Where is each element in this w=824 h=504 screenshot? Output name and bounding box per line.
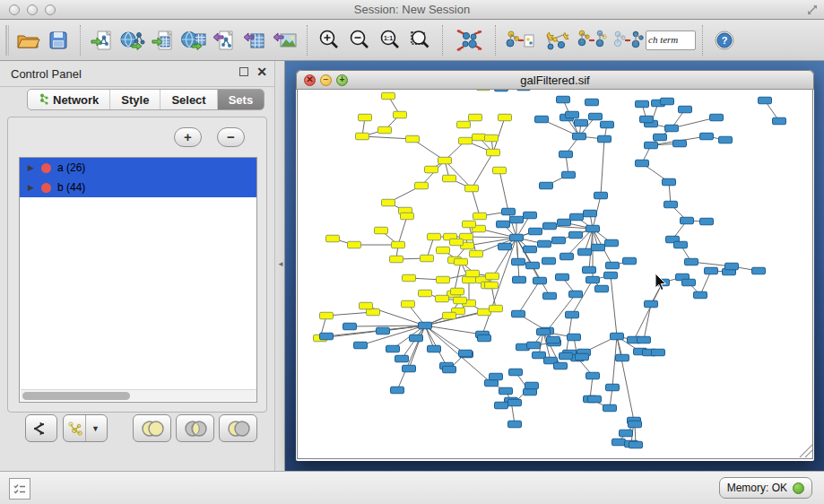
graph-node[interactable] [584, 210, 597, 217]
graph-node[interactable] [320, 312, 334, 319]
graph-node[interactable] [629, 441, 643, 448]
list-item[interactable]: ▶ a (26) [20, 158, 256, 178]
graph-node[interactable] [473, 134, 486, 141]
graph-node[interactable] [478, 335, 491, 342]
graph-node[interactable] [603, 404, 617, 412]
graph-node[interactable] [402, 300, 415, 308]
graph-node[interactable] [554, 362, 568, 369]
graph-node[interactable] [360, 302, 373, 309]
scrollbar-thumb[interactable] [22, 392, 130, 400]
search-input[interactable]: ch term [646, 30, 696, 50]
export-network-button[interactable] [209, 24, 239, 56]
graph-node[interactable] [586, 372, 600, 379]
graph-node[interactable] [586, 276, 600, 283]
graph-node[interactable] [604, 272, 618, 279]
graph-node[interactable] [594, 192, 608, 199]
difference-sets-button[interactable] [219, 414, 257, 442]
add-set-button[interactable]: + [174, 127, 202, 147]
graph-node[interactable] [421, 255, 434, 262]
graph-node[interactable] [611, 333, 624, 340]
remove-set-button[interactable]: − [217, 127, 245, 147]
graph-node[interactable] [681, 217, 694, 224]
graph-node[interactable] [495, 402, 508, 409]
graph-node[interactable] [378, 126, 392, 134]
graph-node[interactable] [415, 182, 429, 189]
graph-node[interactable] [394, 111, 407, 118]
graph-node[interactable] [438, 157, 452, 164]
graph-node[interactable] [510, 216, 524, 223]
graph-node[interactable] [705, 267, 718, 274]
graph-node[interactable] [595, 285, 609, 292]
graph-node[interactable] [679, 106, 692, 113]
graph-node[interactable] [752, 267, 766, 274]
network-canvas[interactable] [297, 90, 813, 459]
graph-node[interactable] [557, 96, 570, 103]
graph-node[interactable] [673, 140, 687, 147]
graph-node[interactable] [486, 273, 499, 280]
graph-node[interactable] [540, 182, 553, 189]
graph-node[interactable] [386, 345, 400, 352]
graph-node[interactable] [535, 116, 549, 123]
graph-node[interactable] [685, 258, 698, 265]
zoom-out-button[interactable] [344, 24, 375, 56]
graph-node[interactable] [664, 201, 678, 208]
graph-node[interactable] [451, 288, 464, 295]
graph-node[interactable] [377, 327, 390, 335]
graph-node[interactable] [454, 297, 467, 304]
graph-node[interactable] [558, 219, 571, 226]
graph-node[interactable] [700, 218, 714, 225]
select-from-file-button[interactable] [502, 24, 538, 56]
graph-node[interactable] [559, 352, 573, 360]
graph-node[interactable] [395, 355, 409, 362]
graph-node[interactable] [428, 345, 441, 352]
graph-node[interactable] [674, 241, 688, 248]
graph-node[interactable] [425, 166, 438, 173]
graph-node[interactable] [391, 387, 404, 394]
import-table-file-button[interactable] [148, 24, 178, 56]
graph-node[interactable] [700, 133, 714, 140]
graph-node[interactable] [543, 292, 557, 300]
float-panel-icon[interactable] [239, 67, 248, 76]
tab-network[interactable]: Network [28, 90, 110, 109]
graph-node[interactable] [487, 149, 500, 156]
graph-node[interactable] [694, 291, 707, 299]
graph-node[interactable] [588, 395, 602, 403]
graph-node[interactable] [575, 119, 588, 126]
graph-node[interactable] [443, 366, 456, 373]
graph-node[interactable] [562, 171, 576, 178]
graph-node[interactable] [493, 167, 507, 174]
import-network-url-button[interactable] [117, 24, 148, 56]
export-image-button[interactable] [270, 24, 300, 56]
graph-node[interactable] [343, 323, 357, 330]
graph-node[interactable] [525, 382, 539, 389]
graph-node[interactable] [773, 117, 786, 125]
graph-node[interactable] [570, 213, 584, 221]
graph-node[interactable] [559, 151, 573, 158]
graph-node[interactable] [499, 387, 513, 395]
graph-node[interactable] [450, 239, 464, 246]
graph-node[interactable] [326, 235, 340, 242]
network-window-titlebar[interactable]: ✕ − + galFiltered.sif [296, 70, 814, 90]
graph-node[interactable] [354, 342, 368, 349]
graph-node[interactable] [473, 213, 487, 220]
task-history-button[interactable] [9, 478, 30, 500]
graph-node[interactable] [526, 262, 540, 269]
select-edges-button[interactable] [610, 24, 646, 56]
graph-node[interactable] [495, 90, 508, 91]
graph-node[interactable] [436, 295, 449, 302]
graph-node[interactable] [390, 256, 403, 263]
memory-status-button[interactable]: Memory: OK [719, 477, 812, 499]
graph-node[interactable] [410, 335, 423, 342]
graph-node[interactable] [508, 399, 522, 406]
graph-node[interactable] [392, 241, 405, 248]
panel-divider[interactable]: ◄ [274, 61, 285, 471]
tab-sets[interactable]: Sets [218, 90, 264, 109]
graph-node[interactable] [401, 213, 414, 220]
sets-list[interactable]: ▶ a (26) ▶ b (44) [19, 157, 257, 403]
graph-node[interactable] [606, 262, 620, 269]
graph-node[interactable] [403, 274, 416, 282]
help-button[interactable]: ? [709, 24, 740, 56]
graph-node[interactable] [356, 133, 369, 140]
graph-node[interactable] [583, 266, 596, 274]
graph-node[interactable] [465, 185, 479, 192]
